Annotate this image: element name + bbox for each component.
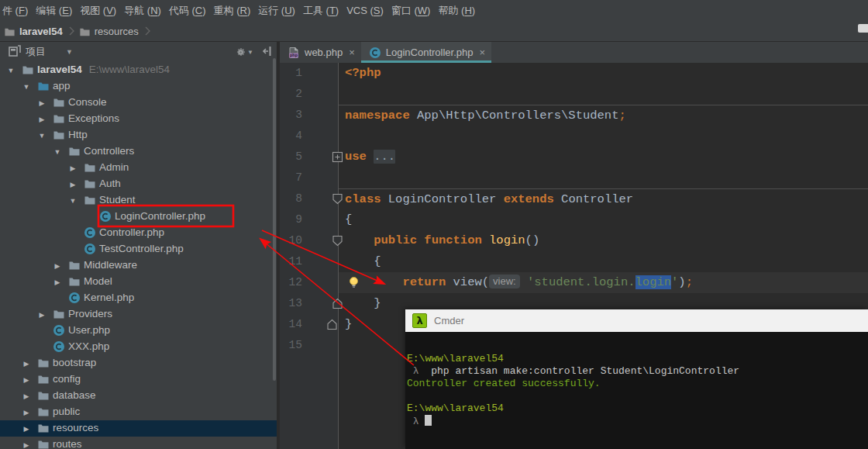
fold-marker-icon[interactable] (332, 298, 343, 313)
chevron-collapsed-icon[interactable]: ▶ (22, 360, 31, 368)
tree-item-LoginController.php[interactable]: LoginController.php (0, 209, 277, 225)
editor-tab-web.php[interactable]: phpweb.php× (280, 42, 361, 63)
code-segment: return (402, 275, 446, 289)
code-line-4: 4 (280, 126, 868, 147)
breadcrumb-item-resources[interactable]: resources (79, 26, 139, 37)
tree-item-laravel54[interactable]: ▼laravel54E:\www\laravel54 (0, 62, 277, 78)
folder-icon (53, 96, 65, 109)
tree-item-Auth[interactable]: ▶Auth (0, 176, 277, 192)
tree-item-label: laravel54E:\www\laravel54 (37, 64, 170, 75)
code-segment: App\Http\Controllers\Student (410, 109, 619, 123)
fold-marker-icon[interactable] (332, 151, 343, 167)
chevron-collapsed-icon[interactable]: ▶ (37, 99, 46, 107)
folder-icon (53, 112, 65, 125)
chevron-collapsed-icon[interactable]: ▶ (22, 376, 31, 384)
tree-item-label: TestController.php (99, 243, 184, 254)
chevron-collapsed-icon[interactable]: ▶ (22, 409, 31, 416)
chevron-expanded-icon[interactable]: ▼ (37, 132, 46, 140)
fold-marker-icon[interactable] (332, 193, 343, 209)
terminal-text-segment: E:\www\laravel54 (407, 353, 504, 364)
tree-item-routes[interactable]: ▶routes (0, 437, 277, 449)
tree-item-Console[interactable]: ▶Console (0, 95, 277, 111)
chevron-collapsed-icon[interactable]: ▶ (37, 116, 46, 123)
phpstorm-window: 件 (F)编辑 (E)视图 (V)导航 (N)代码 (C)重构 (R)运行 (U… (0, 0, 868, 449)
tree-item-XXX.php[interactable]: XXX.php (0, 339, 277, 355)
intention-bulb-icon[interactable] (348, 276, 360, 293)
tab-label: web.php (305, 47, 343, 58)
tree-item-label: Controllers (84, 145, 134, 157)
chevron-expanded-icon[interactable]: ▼ (68, 197, 78, 205)
close-icon[interactable]: × (480, 47, 486, 58)
menu-item-件[interactable]: 件 (F) (0, 4, 32, 18)
chevron-expanded-icon[interactable]: ▼ (6, 67, 16, 74)
php-class-icon (99, 210, 112, 223)
menu-item-代码[interactable]: 代码 (C) (165, 4, 210, 18)
folder-icon (68, 145, 81, 157)
tree-item-Admin[interactable]: ▶Admin (0, 160, 277, 176)
project-tree-scrollbar[interactable] (273, 58, 276, 381)
tree-item-label: Middleware (84, 259, 137, 271)
tree-item-TestController.php[interactable]: TestController.php (0, 241, 277, 257)
editor-tab-LoginController.php[interactable]: LoginController.php× (361, 42, 491, 63)
svg-text:php: php (290, 53, 298, 57)
code-segment (482, 233, 489, 247)
tree-item-app[interactable]: ▼app (0, 78, 277, 95)
menu-item-运行[interactable]: 运行 (U) (254, 4, 299, 18)
tree-item-Providers[interactable]: ▶Providers (0, 306, 277, 323)
chevron-collapsed-icon[interactable]: ▶ (37, 311, 46, 319)
tree-item-Exceptions[interactable]: ▶Exceptions (0, 111, 277, 127)
tree-item-label: LoginController.php (115, 210, 205, 222)
chevron-collapsed-icon[interactable]: ▶ (68, 164, 78, 172)
parameter-hint: view: (489, 275, 520, 288)
chevron-expanded-icon[interactable]: ▼ (53, 148, 62, 156)
breadcrumb-label: resources (95, 26, 139, 37)
terminal-text-segment: php artisan make:controller Student\Logi… (431, 365, 739, 377)
terminal-title-bar[interactable]: λ Cmder (405, 309, 868, 332)
tree-item-public[interactable]: ▶public (0, 404, 277, 420)
fold-marker-icon[interactable] (332, 235, 343, 250)
menu-item-重构[interactable]: 重构 (R) (210, 4, 255, 18)
tree-item-Controllers[interactable]: ▼Controllers (0, 143, 277, 160)
tree-item-bootstrap[interactable]: ▶bootstrap (0, 355, 277, 371)
tree-item-label: bootstrap (53, 357, 96, 368)
chevron-collapsed-icon[interactable]: ▶ (68, 181, 78, 188)
chevron-collapsed-icon[interactable]: ▶ (22, 392, 31, 400)
tree-item-label: Model (84, 275, 112, 287)
chevron-collapsed-icon[interactable]: ▶ (53, 278, 62, 286)
project-panel-title[interactable]: 项目 (26, 45, 46, 59)
tree-item-Middleware[interactable]: ▶Middleware (0, 257, 277, 274)
chevron-collapsed-icon[interactable]: ▶ (22, 441, 31, 449)
close-icon[interactable]: × (349, 47, 355, 58)
menu-item-窗口[interactable]: 窗口 (W) (388, 4, 435, 18)
menu-item-VCS[interactable]: VCS (S) (343, 5, 388, 16)
menu-item-工具[interactable]: 工具 (T) (299, 4, 343, 18)
gear-icon[interactable]: ▼ (235, 47, 253, 58)
menu-item-视图[interactable]: 视图 (V) (76, 4, 120, 18)
tree-item-database[interactable]: ▶database (0, 388, 277, 404)
breadcrumb-item-laravel54[interactable]: laravel54 (4, 26, 63, 37)
menu-bar: 件 (F)编辑 (E)视图 (V)导航 (N)代码 (C)重构 (R)运行 (U… (0, 0, 868, 21)
tree-item-resources[interactable]: ▶resources (0, 420, 277, 437)
tree-item-Kernel.php[interactable]: Kernel.php (0, 290, 277, 306)
menu-item-编辑[interactable]: 编辑 (E) (32, 4, 76, 18)
hide-panel-icon[interactable] (261, 46, 272, 59)
chevron-collapsed-icon[interactable]: ▶ (53, 262, 62, 270)
tree-item-Controller.php[interactable]: Controller.php (0, 225, 277, 241)
fold-marker-icon[interactable] (326, 319, 338, 334)
tree-item-config[interactable]: ▶config (0, 371, 277, 388)
menu-item-导航[interactable]: 导航 (N) (120, 4, 165, 18)
code-segment: ' (671, 275, 678, 289)
terminal-output[interactable]: E:\www\laravel54 λ php artisan make:cont… (405, 332, 868, 449)
chevron-down-icon[interactable]: ▼ (66, 48, 73, 56)
tree-item-User.php[interactable]: User.php (0, 323, 277, 339)
code-text: public function login() (339, 230, 868, 251)
tree-item-label: public (53, 406, 80, 417)
menu-item-帮助[interactable]: 帮助 (H) (434, 4, 479, 18)
code-text (339, 126, 868, 147)
code-segment: public function (374, 233, 482, 247)
tree-item-Student[interactable]: ▼Student (0, 192, 277, 209)
tree-item-Model[interactable]: ▶Model (0, 274, 277, 290)
chevron-collapsed-icon[interactable]: ▶ (22, 425, 31, 433)
chevron-expanded-icon[interactable]: ▼ (22, 83, 31, 91)
tree-item-Http[interactable]: ▼Http (0, 127, 277, 143)
